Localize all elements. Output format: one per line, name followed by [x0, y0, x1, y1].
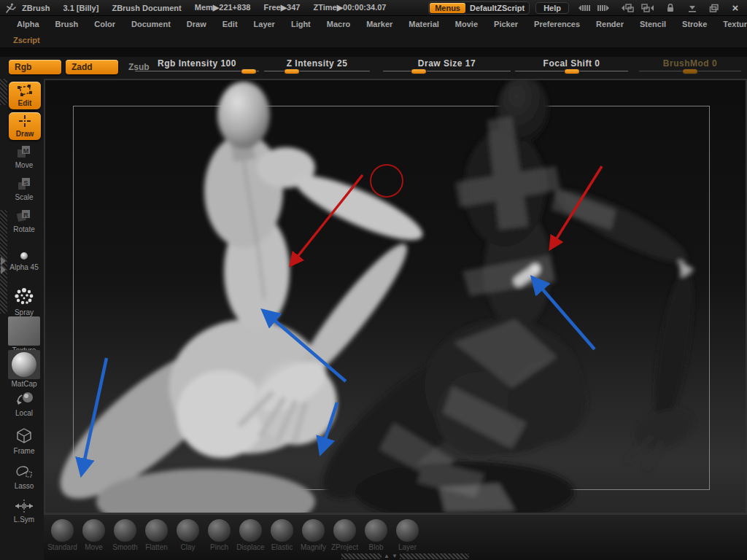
- slider-handle[interactable]: [411, 69, 427, 74]
- rgb-button[interactable]: Rgb: [9, 60, 61, 74]
- scroll-down-icon[interactable]: ▼: [392, 553, 398, 559]
- menu-material[interactable]: Material: [400, 20, 447, 28]
- help-button[interactable]: Help: [535, 2, 569, 14]
- slider-track[interactable]: [515, 71, 628, 76]
- menu-color[interactable]: Color: [86, 20, 123, 28]
- brush-magnify[interactable]: Magnify: [298, 519, 329, 560]
- local-button[interactable]: Local: [7, 391, 41, 417]
- menu-movie[interactable]: Movie: [447, 20, 486, 28]
- menu-marker[interactable]: Marker: [358, 20, 400, 28]
- slider-track[interactable]: [639, 71, 741, 76]
- zadd-button[interactable]: Zadd: [66, 60, 118, 74]
- draw-cursor-icon: [16, 114, 34, 129]
- texture-selector[interactable]: Texture: [7, 316, 41, 354]
- svg-text:M: M: [23, 147, 29, 155]
- brush-label: Elastic: [271, 543, 293, 551]
- move-button[interactable]: M Move: [7, 144, 41, 169]
- default-zscript-button[interactable]: DefaultZScript: [470, 4, 525, 12]
- blinds-right-icon[interactable]: [597, 2, 613, 13]
- menu-layer[interactable]: Layer: [246, 20, 283, 28]
- menu-zscript[interactable]: Zscript: [9, 36, 44, 44]
- menu-texture[interactable]: Texture: [715, 20, 747, 28]
- edit-transform-icon: [16, 84, 34, 98]
- move-icon: M: [15, 144, 33, 160]
- brush-icon: [396, 519, 419, 542]
- menu-light[interactable]: Light: [283, 20, 319, 28]
- brush-pinch[interactable]: Pinch: [204, 519, 235, 560]
- slider-track[interactable]: [135, 71, 259, 76]
- menu-stroke[interactable]: Stroke: [674, 20, 715, 28]
- zscript-row: Zscript: [0, 32, 747, 48]
- lsym-button[interactable]: L.Sym: [7, 499, 41, 524]
- brush-label: Displace: [236, 543, 264, 551]
- sidebar-item-label: Rotate: [13, 225, 34, 233]
- alpha-selector[interactable]: Alpha 45: [7, 246, 41, 271]
- panel-divider-handle[interactable]: [1, 257, 6, 265]
- brush-elastic[interactable]: Elastic: [266, 519, 298, 560]
- brush-move[interactable]: Move: [78, 519, 109, 560]
- brushmod-slider[interactable]: BrushMod 0: [639, 58, 741, 77]
- slider-value: 17: [465, 58, 476, 69]
- slider-handle[interactable]: [284, 69, 300, 74]
- scroll-hatch-left[interactable]: [341, 553, 382, 559]
- scale-button[interactable]: S Scale: [7, 176, 41, 201]
- alpha-dot-icon: [20, 252, 28, 260]
- brush-flatten[interactable]: Flatten: [141, 519, 172, 560]
- document-canvas[interactable]: [44, 79, 747, 514]
- cascade-left-icon[interactable]: [619, 2, 635, 13]
- svg-text:S: S: [23, 179, 28, 187]
- slider-handle[interactable]: [241, 69, 257, 74]
- stroke-spray-selector[interactable]: Spray: [7, 284, 41, 316]
- menu-alpha[interactable]: Alpha: [9, 20, 47, 28]
- brush-clay[interactable]: Clay: [172, 519, 204, 560]
- brush-icon: [239, 519, 262, 542]
- brush-displace[interactable]: Displace: [235, 519, 266, 560]
- slider-handle[interactable]: [682, 69, 698, 74]
- brush-label: Smooth: [112, 543, 137, 551]
- rotate-button[interactable]: R Rotate: [7, 209, 41, 233]
- blinds-left-icon[interactable]: [575, 2, 591, 13]
- top-toolbar: Rgb Zadd Zsub Rgb Intensity 100 Z Intens…: [0, 57, 747, 79]
- tray-scrollbar[interactable]: ▲ ▼: [341, 553, 469, 559]
- draw-size-slider[interactable]: Draw Size 17: [383, 58, 511, 77]
- slider-track[interactable]: [264, 71, 370, 76]
- matcap-selector[interactable]: MatCap: [7, 350, 41, 388]
- lasso-button[interactable]: Lasso: [7, 464, 41, 490]
- brush-label: Clay: [180, 543, 195, 551]
- sidebar-item-label: Local: [15, 409, 33, 417]
- close-icon[interactable]: ×: [728, 1, 743, 14]
- menu-preferences[interactable]: Preferences: [526, 20, 588, 28]
- restore-icon[interactable]: [706, 2, 722, 13]
- menu-edit[interactable]: Edit: [214, 20, 246, 28]
- menu-picker[interactable]: Picker: [486, 20, 526, 28]
- menus-button[interactable]: Menus: [430, 3, 465, 13]
- panel-divider-handle[interactable]: [1, 265, 6, 274]
- frame-button[interactable]: Frame: [7, 427, 41, 455]
- menu-stencil[interactable]: Stencil: [632, 20, 674, 28]
- sidebar-item-label: Draw: [16, 130, 34, 138]
- z-intensity-slider[interactable]: Z Intensity 25: [264, 58, 370, 77]
- edit-button[interactable]: Edit: [9, 82, 41, 109]
- minimize-icon[interactable]: [684, 2, 700, 13]
- menu-macro[interactable]: Macro: [319, 20, 358, 28]
- menu-brush[interactable]: Brush: [47, 20, 87, 28]
- focal-shift-slider[interactable]: Focal Shift 0: [515, 58, 628, 77]
- rgb-intensity-slider[interactable]: Rgb Intensity 100: [135, 58, 259, 77]
- menu-document[interactable]: Document: [123, 20, 179, 28]
- sidebar-item-label: Edit: [18, 99, 32, 107]
- draw-button[interactable]: Draw: [9, 112, 41, 140]
- brush-smooth[interactable]: Smooth: [109, 519, 141, 560]
- app-name: ZBrush: [22, 4, 50, 12]
- scroll-up-icon[interactable]: ▲: [384, 553, 390, 559]
- matcap-sphere-icon: [12, 352, 36, 377]
- menu-bar: Alpha Brush Color Document Draw Edit Lay…: [0, 16, 747, 32]
- cascade-right-icon[interactable]: [640, 2, 657, 13]
- menu-render[interactable]: Render: [588, 20, 632, 28]
- slider-handle[interactable]: [564, 69, 580, 74]
- menu-draw[interactable]: Draw: [179, 20, 214, 28]
- brush-standard[interactable]: Standard: [47, 519, 78, 560]
- slider-track[interactable]: [383, 71, 511, 76]
- lock-icon[interactable]: [662, 2, 678, 13]
- svg-text:R: R: [23, 211, 28, 219]
- scroll-hatch-right[interactable]: [400, 553, 469, 559]
